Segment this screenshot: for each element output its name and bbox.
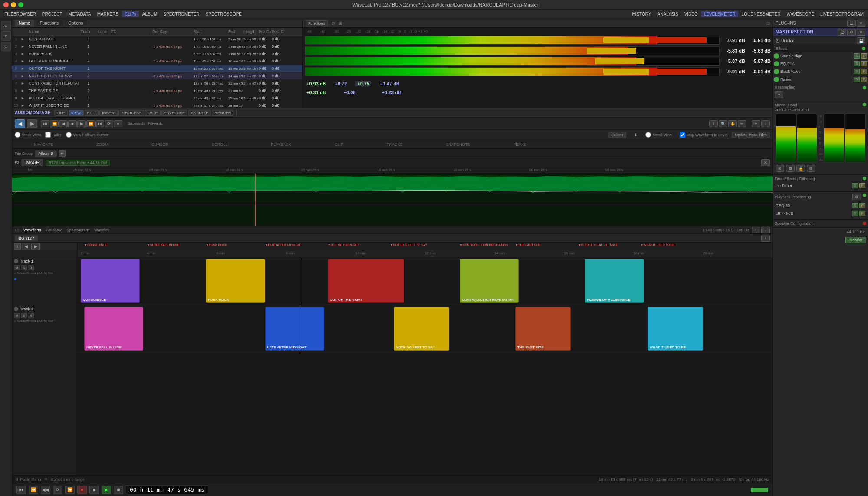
menu-spectroscope[interactable]: SPECTROSCOPE <box>203 11 244 17</box>
waveform-tab-spectrogram[interactable]: Spectrogram <box>65 227 91 233</box>
functions-btn[interactable]: Functions <box>306 20 328 26</box>
lin-dither-s[interactable]: S <box>852 183 858 188</box>
menu-history[interactable]: HISTORY <box>629 11 654 17</box>
toolbar-file[interactable]: FILE <box>54 110 68 116</box>
clips-tab-options[interactable]: Options <box>64 20 87 27</box>
view-zoom-in[interactable]: + <box>752 120 760 127</box>
sidebar-btn-2[interactable]: F <box>1 31 11 41</box>
transport-prev2-btn[interactable]: ◀◀ <box>41 486 50 494</box>
toolbar-insert[interactable]: INSERT <box>99 110 119 116</box>
transport-prev[interactable]: ⏪ <box>50 120 59 127</box>
meter-icon-1[interactable]: ⚙ <box>331 21 335 26</box>
geq30-name[interactable]: GEQ-30 <box>776 204 851 208</box>
clip-pledge-1[interactable]: PLEDGE OF ALLEGIANCE <box>585 259 644 303</box>
track-1-solo[interactable]: S <box>21 265 27 270</box>
toolbar-view[interactable]: VIEW <box>69 110 84 116</box>
menu-project[interactable]: PROJECT <box>39 11 65 17</box>
menu-clips[interactable]: CLiPs <box>122 11 139 17</box>
clip-row-10[interactable]: 10 ► WHAT IT USED TO BE 2 -7 s 426 ms 66… <box>12 102 302 108</box>
ruler-checkbox[interactable] <box>45 132 51 138</box>
track-1-rec[interactable]: R <box>28 265 34 270</box>
close-panel-btn[interactable]: ✕ <box>761 159 770 166</box>
clip-row-5[interactable]: 5 ► OUT OF THE NIGHT 1 10 mn 22 s 987 ms… <box>12 65 302 72</box>
menu-metadata[interactable]: METADATA <box>66 11 93 17</box>
transport-play-forward[interactable]: ▶ <box>77 120 86 127</box>
ruler-label[interactable]: Ruler <box>45 132 62 138</box>
effect-p-3[interactable]: P <box>861 77 867 82</box>
track-1-collapse[interactable] <box>14 259 18 263</box>
tool-cursor[interactable]: I <box>709 120 718 127</box>
menu-filebrowser[interactable]: FILEBROWSER <box>2 11 39 17</box>
waveform-zoom-in[interactable]: + <box>752 227 760 233</box>
col-lane[interactable]: Lane <box>97 30 110 34</box>
track-expand-btn[interactable]: ▶ <box>31 243 40 250</box>
effect-p-0[interactable]: P <box>861 53 867 59</box>
resampling-dropdown[interactable]: ▾ <box>775 91 783 98</box>
col-pregain[interactable]: Pre-Gain <box>258 30 271 34</box>
clip-row-8[interactable]: 8 ► THE EAST SIDE 2 -7 s 426 ms 667 ps 1… <box>12 87 302 95</box>
clips-tab-functions[interactable]: Functions <box>36 20 62 27</box>
transport-goto-start[interactable]: ⏮ <box>41 120 49 127</box>
clip-row-6[interactable]: 6 ► NOTHING LEFT TO SAY 2 -7 s 426 ms 66… <box>12 72 302 80</box>
map-waveform-checkbox[interactable] <box>680 132 685 138</box>
sidebar-btn-1[interactable]: S <box>1 21 11 30</box>
static-view-label[interactable]: Static View <box>15 132 41 138</box>
meter-icon-2[interactable]: ⊞ <box>339 21 342 26</box>
ml-btn-2[interactable]: ⊟ <box>786 165 795 172</box>
sidebar-btn-3[interactable]: O <box>1 42 11 51</box>
toolbar-fade[interactable]: FADE <box>145 110 161 116</box>
clip-lateafter-2[interactable]: LATE AFTER MIDNIGHT <box>265 307 324 351</box>
minimize-button[interactable] <box>11 2 16 7</box>
preset-power[interactable]: ⏻ <box>776 39 779 43</box>
image-tab[interactable]: IMAGE <box>21 159 43 166</box>
waveform-tab-rainbow[interactable]: Rainbow <box>45 227 63 233</box>
col-name[interactable]: Name <box>28 30 80 34</box>
nav-forward-btn[interactable]: ▶ <box>27 119 37 128</box>
tool-draw[interactable]: ✏ <box>738 120 746 127</box>
ml-btn-1[interactable]: ⊠ <box>776 165 784 172</box>
ml-btn-4[interactable]: ⊞ <box>807 165 815 172</box>
clip-nothing-2[interactable]: NOTHING LEFT TO SAY <box>394 307 449 351</box>
lrms-name[interactable]: LR -> M/S <box>776 211 851 216</box>
view-zoom-out[interactable]: - <box>761 120 770 127</box>
effect-s-0[interactable]: S <box>854 53 860 59</box>
maximize-button[interactable] <box>18 2 23 7</box>
plugins-menu-btn[interactable]: ☰ <box>847 20 856 27</box>
transport-rec-btn[interactable]: ● <box>77 486 87 494</box>
effect-name-2[interactable]: Black Valve <box>780 69 852 74</box>
album-tab[interactable]: Album 9 <box>35 150 57 157</box>
lrms-p[interactable]: P <box>859 211 865 216</box>
scroll-view-label[interactable]: Scroll View <box>645 132 671 138</box>
clip-punkrock-1[interactable]: PUNK ROCK <box>206 259 265 303</box>
menu-wavescope[interactable]: WAVESCOPE <box>784 11 817 17</box>
clip-row-2[interactable]: 2 ► NEVER FALL IN LINE 2 -7 s 426 ms 667… <box>12 43 302 50</box>
clip-eastside-2[interactable]: THE EAST SIDE <box>515 307 571 351</box>
follows-cursor-radio[interactable] <box>66 132 72 138</box>
waveform-zoom-out[interactable]: - <box>761 227 770 233</box>
static-view-radio[interactable] <box>15 132 20 138</box>
track-1-mute[interactable]: M <box>14 265 20 270</box>
effect-s-2[interactable]: S <box>854 69 860 74</box>
menu-video[interactable]: VIDEO <box>682 11 700 17</box>
col-track[interactable]: Track <box>80 30 97 34</box>
nav-back-btn[interactable]: ◀ <box>15 119 25 128</box>
menu-levelsmeter[interactable]: LEVELSMETER <box>701 11 738 17</box>
scroll-view-radio[interactable] <box>645 132 651 138</box>
waveform-tab-waveform[interactable]: Waveform <box>22 227 43 233</box>
timeline-main-tab[interactable]: BG.v12 * <box>15 235 38 241</box>
effect-p-1[interactable]: P <box>861 61 867 66</box>
geq30-p[interactable]: P <box>859 203 865 208</box>
lin-dither-p[interactable]: P <box>859 183 865 188</box>
map-waveform-label[interactable]: Map Waveform to Level <box>680 132 728 138</box>
transport-rew-btn[interactable]: ⏪ <box>29 486 38 494</box>
lrms-s[interactable]: S <box>852 211 858 216</box>
effect-name-3[interactable]: Raiser <box>780 77 852 82</box>
transport-goto-end[interactable]: ⏭ <box>95 120 104 127</box>
transport-stop[interactable]: ■ <box>68 120 77 127</box>
transport-loop[interactable]: ⟳ <box>105 120 113 127</box>
transport-record[interactable]: ● <box>114 120 122 127</box>
transport-prev-btn[interactable]: ⏮ <box>16 486 26 494</box>
track-2-solo[interactable]: S <box>21 313 27 318</box>
add-tab-btn[interactable]: + <box>59 150 66 157</box>
toolbar-envelope[interactable]: ENVELOPE <box>161 110 188 116</box>
